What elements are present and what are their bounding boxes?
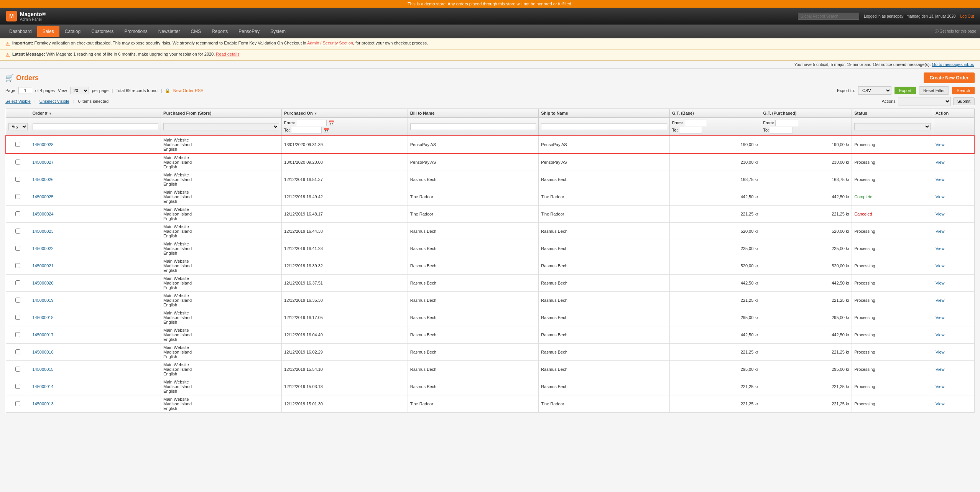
nav-item-catalog[interactable]: Catalog <box>59 26 86 37</box>
gt-base-to-input[interactable] <box>679 127 702 133</box>
date-from-input[interactable] <box>296 120 327 126</box>
export-format-select[interactable]: CSV Excel XML <box>858 86 891 95</box>
row-checkbox[interactable] <box>15 211 20 216</box>
row-checkbox[interactable] <box>15 298 20 303</box>
reset-filter-button[interactable]: Reset Filter <box>919 86 949 95</box>
row-checkbox[interactable] <box>15 160 20 165</box>
search-button[interactable]: Search <box>952 87 975 94</box>
row-checkbox[interactable] <box>15 229 20 234</box>
row-gt-base: 520,00 kr <box>669 257 761 275</box>
filter-status-select[interactable]: Processing Complete Canceled <box>854 123 931 130</box>
unselect-visible-link[interactable]: Unselect Visible <box>39 99 69 104</box>
table-row: 145000027 Main WebsiteMadison IslandEngl… <box>6 153 974 171</box>
create-new-order-button[interactable]: Create New Order <box>924 72 975 83</box>
global-search-input[interactable] <box>798 13 859 20</box>
security-section-link[interactable]: Admin / Security Section <box>307 41 353 45</box>
row-checkbox[interactable] <box>15 315 20 320</box>
submit-button[interactable]: Submit <box>953 97 975 105</box>
row-checkbox[interactable] <box>15 246 20 251</box>
logged-in-text: Logged in as pensopay | mandag den 13. j… <box>864 14 955 18</box>
col-header-purchased-on[interactable]: Purchased On ▼ <box>282 109 408 118</box>
toolbar-right: Export to: CSV Excel XML Export Reset Fi… <box>837 86 975 95</box>
messages-inbox-link[interactable]: Go to messages inbox <box>932 62 974 67</box>
filter-order-num-input[interactable] <box>33 123 159 130</box>
view-order-link[interactable]: View <box>936 263 945 268</box>
date-to-input[interactable] <box>291 127 322 133</box>
calendar-from-icon[interactable]: 📅 <box>329 120 334 126</box>
view-order-link[interactable]: View <box>936 160 945 165</box>
col-header-gt-purchased[interactable]: G.T. (Purchased) <box>761 109 852 118</box>
filter-store-select[interactable] <box>163 123 279 130</box>
page-number-input[interactable] <box>18 87 32 94</box>
view-order-link[interactable]: View <box>936 350 945 354</box>
gt-base-from-input[interactable] <box>684 120 707 126</box>
view-order-link[interactable]: View <box>936 194 945 199</box>
page-title: 🛒 Orders <box>5 74 39 82</box>
row-ship-to: Rasmus Bech <box>539 292 670 309</box>
view-order-link[interactable]: View <box>936 246 945 251</box>
nav-item-promotions[interactable]: Promotions <box>119 26 153 37</box>
view-order-link[interactable]: View <box>936 212 945 216</box>
orders-tbody: 145000028 Main WebsiteMadison IslandEngl… <box>6 136 974 413</box>
read-details-link[interactable]: Read details <box>216 52 239 56</box>
view-order-link[interactable]: View <box>936 401 945 406</box>
view-order-link[interactable]: View <box>936 367 945 372</box>
col-header-status[interactable]: Status <box>852 109 933 118</box>
nav-item-sales[interactable]: Sales <box>37 26 59 37</box>
nav-item-system[interactable]: System <box>265 26 291 37</box>
row-gt-base: 225,00 kr <box>669 240 761 257</box>
row-bill-to: Tine Radoor <box>408 395 539 413</box>
row-status: Canceled <box>852 206 933 223</box>
selection-bar: Select Visible | Unselect Visible | 0 it… <box>5 99 109 104</box>
col-header-order-num[interactable]: Order # ▼ <box>30 109 161 118</box>
header-right: Logged in as pensopay | mandag den 13. j… <box>798 13 974 20</box>
gt-purchased-to-input[interactable] <box>770 127 793 133</box>
row-checkbox[interactable] <box>15 194 20 199</box>
row-checkbox[interactable] <box>15 384 20 389</box>
row-checkbox[interactable] <box>15 142 20 147</box>
actions-select[interactable]: Cancel Hold Unhold Print Invoices Print … <box>898 97 951 105</box>
select-visible-link[interactable]: Select Visible <box>5 99 31 104</box>
view-order-link[interactable]: View <box>936 281 945 285</box>
row-checkbox[interactable] <box>15 401 20 406</box>
nav-item-reports[interactable]: Reports <box>206 26 233 37</box>
table-row: 145000019 Main WebsiteMadison IslandEngl… <box>6 292 974 309</box>
view-order-link[interactable]: View <box>936 384 945 389</box>
nav-item-newsletter[interactable]: Newsletter <box>153 26 186 37</box>
row-checkbox[interactable] <box>15 349 20 354</box>
view-order-link[interactable]: View <box>936 332 945 337</box>
new-order-rss-link[interactable]: New Order RSS <box>173 88 204 93</box>
view-order-link[interactable]: View <box>936 177 945 182</box>
gt-purchased-from-input[interactable] <box>775 120 798 126</box>
row-checkbox[interactable] <box>15 367 20 372</box>
row-checkbox[interactable] <box>15 263 20 268</box>
row-checkbox[interactable] <box>15 177 20 182</box>
row-ship-to: Rasmus Bech <box>539 275 670 292</box>
logout-link[interactable]: Log Out <box>960 14 974 18</box>
view-order-link[interactable]: View <box>936 229 945 234</box>
col-header-purchased-from[interactable]: Purchased From (Store) <box>161 109 282 118</box>
filter-ship-to-input[interactable] <box>541 123 667 130</box>
table-row: 145000017 Main WebsiteMadison IslandEngl… <box>6 326 974 344</box>
nav-item-dashboard[interactable]: Dashboard <box>4 26 37 37</box>
row-checkbox[interactable] <box>15 332 20 337</box>
filter-any-select[interactable]: Any Yes No <box>8 123 28 130</box>
calendar-to-icon[interactable]: 📅 <box>324 128 329 133</box>
view-order-link[interactable]: View <box>936 142 945 147</box>
nav-item-pensopay[interactable]: PensoPay <box>233 26 265 37</box>
nav-item-cms[interactable]: CMS <box>186 26 207 37</box>
col-header-ship-to[interactable]: Ship to Name <box>539 109 670 118</box>
export-button[interactable]: Export <box>894 87 916 94</box>
help-link[interactable]: ⓘ Get help for this page <box>935 29 976 34</box>
filter-bill-to <box>408 118 539 136</box>
row-gt-purchased: 190,00 kr <box>761 136 852 153</box>
row-gt-purchased: 221,25 kr <box>761 292 852 309</box>
col-header-gt-base[interactable]: G.T. (Base) <box>669 109 761 118</box>
nav-item-customers[interactable]: Customers <box>86 26 119 37</box>
filter-bill-to-input[interactable] <box>410 123 536 130</box>
view-order-link[interactable]: View <box>936 298 945 303</box>
col-header-bill-to[interactable]: Bill to Name <box>408 109 539 118</box>
row-checkbox[interactable] <box>15 280 20 285</box>
per-page-select[interactable]: 20 50 100 200 <box>70 87 89 94</box>
view-order-link[interactable]: View <box>936 315 945 320</box>
